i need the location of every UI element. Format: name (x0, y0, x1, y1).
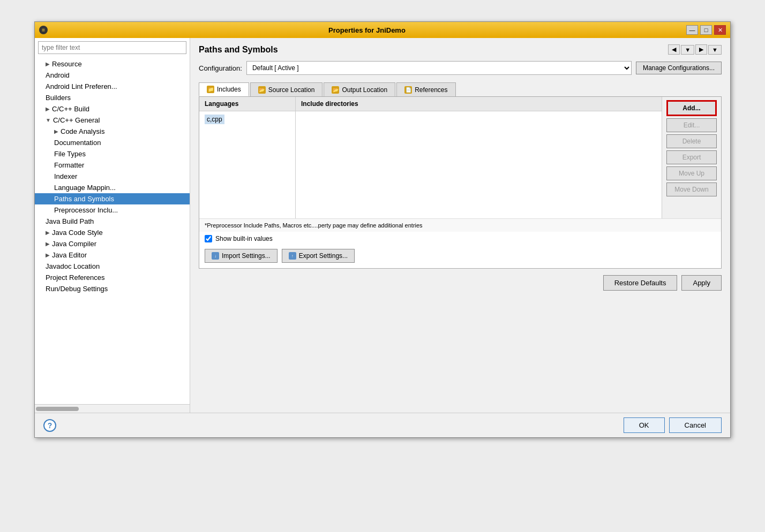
dialog-body: ▶ Resource Android Android Lint Preferen… (35, 38, 730, 413)
title-controls: — □ ✕ (686, 25, 726, 35)
tab-references[interactable]: 📄 References (396, 82, 455, 96)
sidebar-item-label: Run/Debug Settings (46, 285, 108, 293)
sidebar-item-label: Resource (52, 60, 82, 68)
table-area: Languages Include directories c,cpp (199, 97, 662, 218)
import-settings-button[interactable]: ↓ Import Settings... (205, 249, 278, 263)
title-bar: = Properties for JniDemo — □ ✕ (35, 22, 730, 38)
sidebar-item-label: Documentation (54, 139, 101, 147)
sidebar-item-label: Formatter (54, 161, 84, 169)
tab-includes-label: Includes (217, 86, 241, 93)
tab-source-location[interactable]: 📂 Source Location (250, 82, 323, 96)
expand-arrow: ▶ (46, 61, 50, 67)
sidebar-item-language-mapping[interactable]: Language Mappin... (35, 182, 190, 193)
sidebar-item-label: Java Build Path (46, 217, 94, 225)
sidebar-item-label: Preprocessor Inclu... (54, 206, 118, 214)
sidebar-item-java-compiler[interactable]: ▶ Java Compiler (35, 238, 190, 249)
tab-output-label: Output Location (342, 86, 387, 94)
minimize-button[interactable]: — (686, 25, 698, 35)
tab-references-label: References (415, 86, 447, 94)
sidebar-item-android[interactable]: Android (35, 70, 190, 81)
sidebar-item-run-debug[interactable]: Run/Debug Settings (35, 283, 190, 294)
sidebar-scrollbar[interactable] (35, 404, 190, 413)
content-area: Paths and Symbols ◀ ▼ ▶ ▼ Configuration:… (190, 38, 730, 413)
tabs-row: 📁 Includes 📂 Source Location 📂 Output Lo… (199, 82, 722, 96)
config-label: Configuration: (199, 64, 242, 72)
sidebar-item-java-build-path[interactable]: Java Build Path (35, 216, 190, 227)
sidebar-item-java-editor[interactable]: ▶ Java Editor (35, 249, 190, 261)
includes-column (296, 111, 662, 218)
config-select[interactable]: Default [ Active ] (246, 61, 632, 75)
expand-arrow: ▶ (46, 241, 50, 247)
export-icon: ↑ (289, 252, 296, 260)
sidebar-item-label: Indexer (54, 172, 77, 180)
close-button[interactable]: ✕ (714, 25, 726, 35)
sidebar-item-resource[interactable]: ▶ Resource (35, 58, 190, 70)
nav-back-button[interactable]: ◀ (668, 44, 680, 55)
sidebar-item-android-lint[interactable]: Android Lint Preferen... (35, 81, 190, 92)
table-body: c,cpp (199, 111, 662, 218)
sidebar-item-java-code-style[interactable]: ▶ Java Code Style (35, 227, 190, 238)
settings-row: ↓ Import Settings... ↑ Export Settings..… (199, 246, 721, 268)
sidebar-item-cpp-general[interactable]: ▼ C/C++ General (35, 115, 190, 126)
checkbox-row: Show built-in values (199, 232, 721, 246)
tab-output-location[interactable]: 📂 Output Location (324, 82, 395, 96)
col-languages-header: Languages (199, 97, 296, 111)
expand-arrow: ▶ (46, 230, 50, 235)
restore-button[interactable]: □ (700, 25, 712, 35)
expand-arrow: ▶ (46, 106, 50, 112)
sidebar-item-cpp-build[interactable]: ▶ C/C++ Build (35, 103, 190, 115)
sidebar-item-label: C/C++ Build (52, 105, 89, 113)
restore-defaults-button[interactable]: Restore Defaults (603, 275, 678, 291)
sidebar-item-paths-symbols[interactable]: Paths and Symbols (35, 193, 190, 204)
export-settings-button[interactable]: ↑ Export Settings... (282, 249, 355, 263)
section-title: Paths and Symbols (199, 45, 278, 55)
sidebar-item-builders[interactable]: Builders (35, 92, 190, 103)
sidebar-item-indexer[interactable]: Indexer (35, 171, 190, 182)
sidebar-item-code-analysis[interactable]: ▶ Code Analysis (35, 126, 190, 137)
configuration-row: Configuration: Default [ Active ] Manage… (199, 61, 722, 75)
sidebar-item-preprocessor[interactable]: Preprocessor Inclu... (35, 204, 190, 216)
export-button[interactable]: Export (666, 150, 717, 164)
nav-forward-dropdown[interactable]: ▼ (708, 45, 722, 55)
sidebar-item-formatter[interactable]: Formatter (35, 159, 190, 171)
help-button[interactable]: ? (43, 419, 56, 432)
sidebar-item-label: C/C++ General (53, 116, 100, 124)
dialog-footer: ? OK Cancel (35, 413, 730, 437)
sidebar-item-label: File Types (54, 150, 86, 158)
sidebar-item-label: Java Editor (52, 251, 87, 259)
side-buttons: Add... Edit... Delete Export Move Up Mov… (662, 97, 721, 218)
move-down-button[interactable]: Move Down (666, 183, 717, 196)
language-item[interactable]: c,cpp (205, 115, 224, 124)
add-button[interactable]: Add... (666, 100, 717, 116)
expand-arrow: ▶ (54, 128, 58, 134)
sidebar-item-label: Javadoc Location (46, 262, 100, 270)
move-up-button[interactable]: Move Up (666, 166, 717, 180)
import-settings-label: Import Settings... (222, 252, 271, 260)
sidebar-item-label: Code Analysis (61, 127, 104, 135)
sidebar-item-project-references[interactable]: Project References (35, 272, 190, 283)
edit-button[interactable]: Edit... (666, 118, 717, 132)
sidebar-item-file-types[interactable]: File Types (35, 148, 190, 159)
cancel-button[interactable]: Cancel (669, 417, 722, 433)
ok-button[interactable]: OK (624, 417, 665, 433)
nav-forward-button[interactable]: ▶ (695, 44, 707, 55)
sidebar-item-label: Project References (46, 273, 105, 282)
sidebar-item-label: Language Mappin... (54, 184, 116, 192)
expand-arrow: ▶ (46, 252, 50, 258)
sidebar-item-documentation[interactable]: Documentation (35, 137, 190, 148)
apply-button[interactable]: Apply (681, 275, 722, 291)
tab-includes[interactable]: 📁 Includes (199, 82, 249, 96)
sidebar-item-label: Android Lint Preferen... (46, 82, 117, 90)
nav-arrows: ◀ ▼ ▶ ▼ (668, 44, 722, 55)
sidebar-item-javadoc[interactable]: Javadoc Location (35, 261, 190, 272)
delete-button[interactable]: Delete (666, 134, 717, 148)
action-buttons: Restore Defaults Apply (199, 275, 722, 291)
nav-back-dropdown[interactable]: ▼ (681, 45, 694, 55)
dialog-window: = Properties for JniDemo — □ ✕ ▶ Resourc… (34, 21, 731, 438)
col-includes-header: Include directories (296, 97, 662, 111)
show-builtin-label: Show built-in values (215, 235, 273, 242)
note-text: *Preprocessor Include Paths, Macros etc.… (199, 218, 721, 232)
filter-input[interactable] (38, 41, 186, 54)
show-builtin-checkbox[interactable] (205, 235, 212, 242)
manage-configurations-button[interactable]: Manage Configurations... (636, 62, 722, 74)
